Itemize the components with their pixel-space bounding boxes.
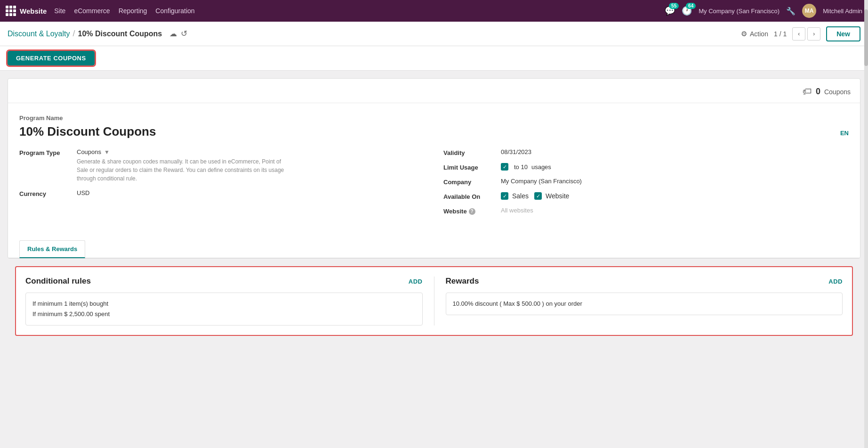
currency-label: Currency <box>19 189 71 197</box>
rewards-col: Rewards ADD 10.00% discount ( Max $ 500.… <box>446 277 843 326</box>
rule-item-2: If minimum $ 2,500.00 spent <box>32 309 416 319</box>
program-name-value[interactable]: 10% Discount Coupons <box>19 124 849 139</box>
program-type-field: Program Type Coupons ▼ Generate & share … <box>19 148 425 183</box>
validity-label: Validity <box>443 148 495 156</box>
clock-badge: 64 <box>686 3 696 9</box>
refresh-icon[interactable]: ↺ <box>181 29 187 39</box>
scrollbar[interactable] <box>864 0 868 351</box>
website-checkbox[interactable]: ✓ <box>534 192 542 200</box>
program-name-label: Program Name <box>19 114 849 122</box>
rewards-title: Rewards <box>446 277 479 286</box>
available-on-label: Available On <box>443 192 495 200</box>
coupons-badge[interactable]: 🏷 0 Coupons <box>803 86 851 97</box>
action-button[interactable]: ⚙ Action <box>741 30 768 38</box>
program-type-value[interactable]: Coupons <box>77 148 101 155</box>
currency-field: Currency USD <box>19 189 425 197</box>
menu-ecommerce[interactable]: eCommerce <box>74 7 110 15</box>
rules-rewards-section: Conditional rules ADD If minimum 1 item(… <box>15 266 853 336</box>
company-field: Company My Company (San Francisco) <box>443 178 849 186</box>
scrollbar-thumb[interactable] <box>864 9 868 66</box>
clock-button[interactable]: 🕐64 <box>682 6 692 16</box>
main-card: 🏷 0 Coupons Program Name 10% Discount Co… <box>8 78 860 259</box>
limit-usage-to[interactable]: to 10 <box>514 163 528 171</box>
conditional-rules-title: Conditional rules <box>25 277 91 286</box>
wrench-icon: 🔧 <box>786 7 796 16</box>
pagination-info: 1 / 1 <box>774 30 787 38</box>
gear-icon: ⚙ <box>741 30 747 38</box>
app-brand[interactable]: Website <box>6 6 47 16</box>
navbar: Website Site eCommerce Reporting Configu… <box>0 0 868 22</box>
company-name: My Company (San Francisco) <box>699 8 780 15</box>
pagination-arrows: ‹ › <box>792 27 820 41</box>
generate-coupons-button[interactable]: GENERATE COUPONS <box>8 51 95 65</box>
validity-value[interactable]: 08/31/2023 <box>501 148 531 155</box>
company-label: Company <box>443 178 495 186</box>
breadcrumb-link[interactable]: Discount & Loyalty <box>8 30 70 38</box>
app-name: Website <box>20 7 47 15</box>
avatar[interactable]: MA <box>802 4 816 18</box>
breadcrumb: Discount & Loyalty / 10% Discount Coupon… <box>8 29 162 39</box>
menu-configuration[interactable]: Configuration <box>155 7 194 15</box>
add-rewards-button[interactable]: ADD <box>828 278 843 285</box>
limit-usage-field: Limit Usage ✓ to 10 usages <box>443 163 849 171</box>
website-field: Website ? All websites <box>443 207 849 215</box>
validity-field: Validity 08/31/2023 <box>443 148 849 156</box>
sales-checkbox[interactable]: ✓ <box>501 192 508 200</box>
navbar-menu: Site eCommerce Reporting Configuration <box>54 7 194 15</box>
form-left-col: Program Type Coupons ▼ Generate & share … <box>19 148 425 221</box>
website-field-label: Website <box>443 208 467 215</box>
conditional-rules-card[interactable]: If minimum 1 item(s) bought If minimum $… <box>25 293 423 326</box>
limit-usage-label: Limit Usage <box>443 163 495 171</box>
rewards-card[interactable]: 10.00% discount ( Max $ 500.00 ) on your… <box>446 293 843 315</box>
available-on-field: Available On ✓ Sales ✓ Website <box>443 192 849 200</box>
caret-down-icon: ▼ <box>104 149 110 155</box>
sales-label: Sales <box>512 192 529 200</box>
website-help-icon: ? <box>469 208 475 215</box>
sub-header-icons: ☁ ↺ <box>169 29 187 39</box>
website-label: Website <box>546 192 569 200</box>
limit-usage-unit: usages <box>531 163 551 171</box>
breadcrumb-current: 10% Discount Coupons <box>78 30 162 38</box>
tab-rules-rewards[interactable]: Rules & Rewards <box>19 240 85 258</box>
conditional-rules-col: Conditional rules ADD If minimum 1 item(… <box>25 277 423 326</box>
tag-icon: 🏷 <box>803 86 812 97</box>
coupons-count-number: 0 <box>816 87 820 97</box>
website-field-value[interactable]: All websites <box>501 207 533 214</box>
reward-item-1: 10.00% discount ( Max $ 500.00 ) on your… <box>453 299 836 309</box>
user-name: Mitchell Admin <box>823 8 862 15</box>
grid-icon <box>6 6 16 16</box>
form-body: Program Name 10% Discount Coupons EN Pro… <box>8 103 860 240</box>
program-type-label: Program Type <box>19 148 71 156</box>
add-rules-button[interactable]: ADD <box>409 278 423 285</box>
company-value[interactable]: My Company (San Francisco) <box>501 178 582 185</box>
menu-reporting[interactable]: Reporting <box>119 7 147 15</box>
new-button[interactable]: New <box>826 26 860 41</box>
limit-usage-checkbox[interactable]: ✓ <box>501 163 508 171</box>
section-divider <box>434 277 434 326</box>
en-badge[interactable]: EN <box>840 130 849 137</box>
coupons-label: Coupons <box>824 88 851 96</box>
sub-header: Discount & Loyalty / 10% Discount Coupon… <box>0 22 868 46</box>
currency-value[interactable]: USD <box>77 189 89 196</box>
main-content: 🏷 0 Coupons Program Name 10% Discount Co… <box>0 71 868 351</box>
menu-site[interactable]: Site <box>54 7 65 15</box>
coupons-count-area: 🏷 0 Coupons <box>8 79 860 103</box>
tabs: Rules & Rewards <box>8 240 860 258</box>
form-right-col: Validity 08/31/2023 Limit Usage ✓ to 10 … <box>443 148 849 221</box>
breadcrumb-separator: / <box>73 29 75 39</box>
chat-button[interactable]: 💬55 <box>665 6 675 16</box>
rule-item-1: If minimum 1 item(s) bought <box>32 299 416 309</box>
navbar-right: 💬55 🕐64 My Company (San Francisco) 🔧 MA … <box>665 4 862 18</box>
conditional-rules-header: Conditional rules ADD <box>25 277 423 286</box>
program-type-desc: Generate & share coupon codes manually. … <box>77 157 293 183</box>
next-page-button[interactable]: › <box>807 27 820 41</box>
prev-page-button[interactable]: ‹ <box>792 27 805 41</box>
form-fields: Program Type Coupons ▼ Generate & share … <box>19 148 849 221</box>
action-bar: GENERATE COUPONS <box>0 46 868 71</box>
chat-badge: 55 <box>669 3 679 9</box>
rewards-header: Rewards ADD <box>446 277 843 286</box>
cloud-upload-icon[interactable]: ☁ <box>169 29 177 38</box>
sub-header-right: ⚙ Action 1 / 1 ‹ › New <box>741 26 860 41</box>
